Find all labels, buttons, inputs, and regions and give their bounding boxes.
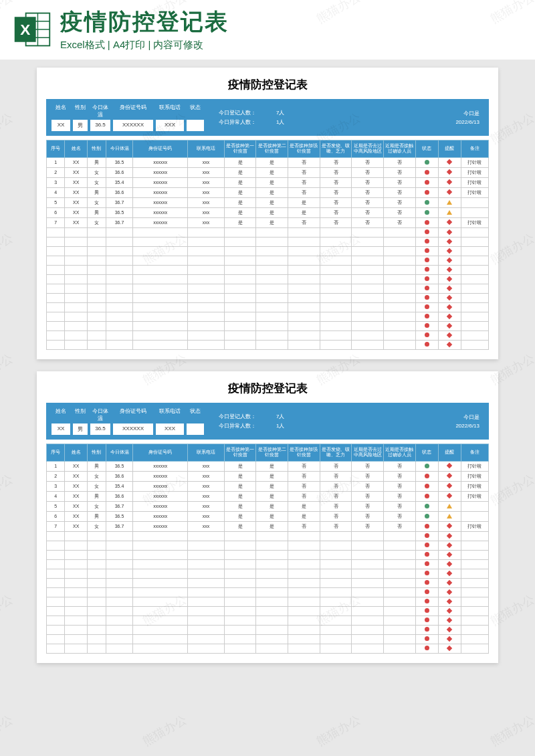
table-row-empty (47, 330, 489, 340)
alert-icon (447, 473, 452, 478)
table-row: 2XX女36.6xxxxxxxxx是是否否否否打针啦 (47, 167, 489, 177)
status-icon (425, 220, 429, 225)
entry-value-status[interactable] (187, 120, 204, 131)
table-row-empty (47, 587, 489, 597)
col-header: 是否发烧、咳嗽、乏力 (320, 444, 352, 461)
entry-value-sex[interactable]: 男 (73, 423, 88, 435)
alert-icon (447, 607, 452, 613)
entry-value-status[interactable] (187, 423, 204, 435)
col-header: 是否接种第二针疫苗 (256, 444, 288, 461)
table-row-empty (47, 237, 489, 246)
entry-label-tel: 联系电话 (156, 407, 184, 422)
status-icon (425, 333, 429, 337)
sheet-preview-2: 疫情防控登记表姓名性别今日体温身份证号码联系电话状态XX男36.5XXXXXXX… (37, 371, 498, 663)
entry-value-sex[interactable]: 男 (73, 120, 88, 131)
status-icon (425, 589, 429, 594)
entry-value-name[interactable]: XX (51, 120, 70, 131)
entry-label-status: 状态 (187, 407, 204, 422)
col-header: 是否接种第一针疫苗 (224, 444, 256, 461)
alert-icon (447, 570, 452, 575)
status-icon (425, 276, 429, 281)
alert-icon (447, 276, 452, 282)
status-dot-icon (193, 426, 198, 430)
entry-value-temp[interactable]: 36.5 (90, 120, 110, 131)
col-header: 近期是否去过中高风险地区 (352, 444, 384, 461)
alert-icon (447, 239, 452, 244)
table-row-empty (47, 293, 489, 302)
watermark-text: 熊猫办公 (314, 712, 363, 750)
count-value: 7人 (276, 109, 284, 116)
col-header: 提醒 (438, 444, 461, 461)
status-icon (425, 258, 429, 262)
table-row-empty (47, 597, 489, 606)
table-row: 3XX女35.4xxxxxxxxx是是否否否否打针啦 (47, 177, 489, 187)
table-row: 3XX女35.4xxxxxxxxx是是否否否否打针啦 (47, 481, 489, 491)
col-header: 是否接种加强针疫苗 (288, 140, 320, 158)
today-label: 今日是 (463, 413, 479, 421)
table-row-empty (47, 340, 489, 349)
col-header: 是否发烧、咳嗽、乏力 (320, 140, 352, 158)
entry-label-sex: 性别 (73, 104, 88, 118)
col-header: 是否接种第一针疫苗 (224, 140, 256, 158)
stats-block: 今日登记人数：7人今日异常人数：1人 (209, 407, 450, 435)
today-date: 2022/6/13 (455, 423, 479, 429)
col-header: 是否接种加强针疫苗 (288, 444, 320, 461)
status-icon (425, 646, 429, 650)
status-icon (425, 180, 429, 185)
alert-icon (447, 304, 452, 310)
watermark-text: 熊猫办公 (140, 712, 189, 750)
status-icon (425, 190, 429, 195)
entry-value-temp[interactable]: 36.5 (90, 423, 110, 435)
page-subtitle: Excel格式 | A4打印 | 内容可修改 (60, 39, 523, 52)
excel-icon: X (12, 9, 52, 50)
entry-value-name[interactable]: XX (51, 423, 70, 435)
alert-icon (447, 342, 452, 347)
col-header: 近期是否接触过确诊人员 (384, 140, 416, 158)
table-row-empty (47, 274, 489, 284)
alert-icon (447, 626, 452, 632)
table-row-empty (47, 569, 489, 578)
alert-icon (447, 589, 452, 594)
entry-value-id[interactable]: XXXXXX (113, 423, 153, 435)
alert-icon (447, 504, 452, 508)
entry-value-tel[interactable]: XXX (156, 423, 184, 435)
alert-icon (447, 542, 452, 547)
preview-area: 疫情防控登记表姓名性别今日体温身份证号码联系电话状态XX男36.5XXXXXXX… (0, 60, 535, 671)
abn-value: 1人 (276, 422, 284, 430)
alert-icon (447, 645, 452, 650)
count-value: 7人 (276, 413, 284, 420)
alert-icon (447, 579, 452, 585)
alert-icon (447, 295, 452, 300)
alert-icon (447, 200, 452, 205)
entry-value-id[interactable]: XXXXXX (113, 120, 153, 131)
alert-icon (447, 483, 452, 488)
status-icon (425, 608, 429, 613)
abn-label: 今日异常人数： (219, 118, 256, 126)
alert-icon (447, 210, 452, 215)
table-row-empty (47, 312, 489, 321)
table-row: 4XX男36.6xxxxxxxxx是是否否否否打针啦 (47, 491, 489, 501)
entry-label-id: 身份证号码 (113, 407, 153, 422)
table-row: 4XX男36.6xxxxxxxxx是是否否否否打针啦 (47, 187, 489, 197)
col-header: 姓名 (65, 140, 88, 158)
status-icon (425, 160, 429, 165)
col-header: 姓名 (65, 444, 88, 461)
today-block: 今日是2022/6/13 (455, 104, 484, 131)
alert-icon (447, 286, 452, 291)
alert-icon (447, 248, 452, 254)
table-row: 1XX男36.5xxxxxxxxx是是否否否否打针啦 (47, 461, 489, 471)
col-header: 序号 (47, 444, 65, 461)
alert-icon (447, 159, 452, 165)
status-icon (425, 524, 429, 529)
table-row-empty (47, 302, 489, 312)
table-row-empty (47, 284, 489, 293)
status-icon (425, 484, 429, 488)
entry-label-id: 身份证号码 (113, 104, 153, 118)
abn-label: 今日异常人数： (219, 422, 256, 430)
watermark-text: 熊猫办公 (0, 712, 15, 750)
sheet-title: 疫情防控登记表 (46, 77, 489, 92)
table-row-empty (47, 541, 489, 550)
status-icon (425, 170, 429, 175)
entry-value-tel[interactable]: XXX (156, 120, 184, 131)
status-icon (425, 239, 429, 244)
